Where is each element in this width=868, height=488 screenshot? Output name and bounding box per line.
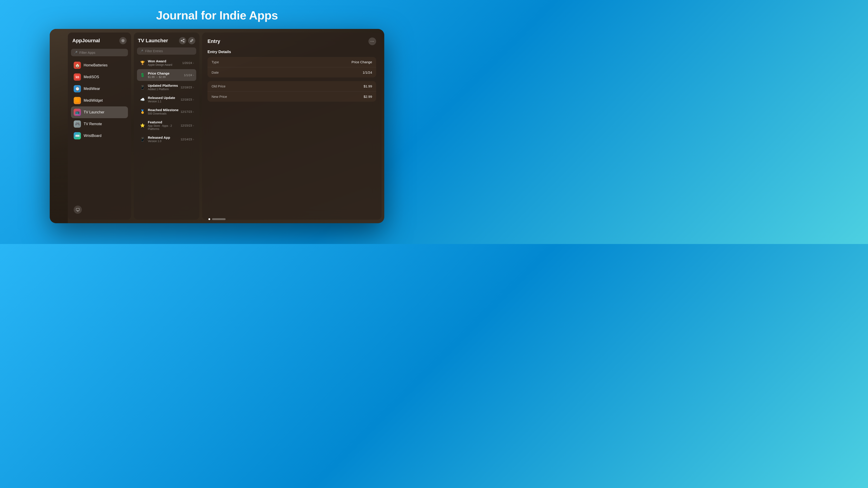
mic-icon: 🎤 [74,51,78,55]
entry-name-released-app: Released App [148,135,179,139]
entry-date-reached-milestone: 12/17/23 [181,110,192,113]
right-panel-header: Entry ··· [208,37,376,45]
sidebar-item-name-medi-widget: MediWidget [84,98,103,103]
entry-date-released-update: 12/18/23 [181,98,192,101]
entry-name-reached-milestone: Reached Milestone [148,108,179,112]
sidebar-item-name-tv-launcher: TV Launcher [84,110,104,114]
panels: AppJournal 🎤 Filter Apps 🏠 HomeBatteries… [50,29,384,223]
svg-point-3 [183,41,184,42]
price-row-1: New Price $2.99 [208,92,376,102]
price-details-card: Old Price $1.99 New Price $2.99 [208,81,376,102]
entry-date-price-change: 1/1/24 [184,73,192,77]
entry-chevron-updated-platforms: › [193,86,194,89]
price-rows: Old Price $1.99 New Price $2.99 [208,81,376,102]
app-icon-wrist-board: ⌨️ [74,132,81,139]
price-label-1: New Price [212,95,227,98]
share-button[interactable] [179,37,186,44]
entry-date-released-app: 12/14/23 [181,138,192,141]
sidebar-item-name-home-batteries: HomeBatteries [84,63,107,67]
details-row-1: Date 1/1/24 [208,67,376,77]
entry-date-won-award: 1/20/24 [182,61,192,65]
entry-item-released-update[interactable]: ☁️ Released Update Version 1.1 12/18/23 … [137,94,196,105]
entry-item-updated-platforms[interactable]: 📱 Updated Platforms Added 1 Platform 12/… [137,81,196,93]
middle-panel-header: TV Launcher [137,37,196,44]
details-row-0: Type Price Change [208,57,376,67]
pagination-dot-1 [209,218,210,220]
entry-name-featured: Featured [148,120,179,124]
entry-date-updated-platforms: 12/18/23 [181,86,192,89]
entry-chevron-released-app: › [193,138,194,141]
entry-icon-featured: ⭐ [139,122,146,129]
sidebar-settings-button[interactable] [119,37,127,44]
entry-content-price-change: Price Change $1.99 → $2.99 [148,71,183,78]
entries-filter-bar[interactable]: 🎤 Filter Entries [137,47,196,55]
sidebar-title: AppJournal [72,38,100,43]
entry-name-won-award: Won Award [148,59,181,63]
right-panel-title: Entry [208,38,220,44]
page-title: Journal for Indie Apps [156,8,278,22]
sidebar-item-medi-wear[interactable]: ⌚ MediWear [71,83,128,95]
entry-sub-won-award: Apple Design Award [148,63,181,66]
entry-name-updated-platforms: Updated Platforms [148,84,179,88]
entry-icon-price-change: 💲 [139,72,146,78]
entry-item-featured[interactable]: ⭐ Featured App Store · Apps · 2 Platform… [137,118,196,133]
sidebar-item-name-medi-sos: MediSOS [84,75,99,79]
entries-mic-icon: 🎤 [140,50,143,53]
entry-item-released-app[interactable]: 📱 Released App Version 1.0 12/14/23 › [137,133,196,145]
sidebar-item-medi-widget[interactable]: 🟧 MediWidget [71,95,128,106]
entry-content-reached-milestone: Reached Milestone 500 Downloads [148,108,179,115]
entry-item-reached-milestone[interactable]: 🏅 Reached Milestone 500 Downloads 12/17/… [137,106,196,118]
entry-content-updated-platforms: Updated Platforms Added 1 Platform [148,84,179,91]
entry-content-released-app: Released App Version 1.0 [148,135,179,143]
sidebar-item-home-batteries[interactable]: 🏠 HomeBatteries [71,59,128,71]
app-icon-tv-launcher: 📺 [74,109,81,116]
sidebar-filter-text: Filter Apps [79,51,95,55]
sidebar-item-name-tv-remote: TV Remote [84,122,102,126]
app-icon-medi-widget: 🟧 [74,97,81,104]
sidebar-item-medi-sos[interactable]: 🆘 MediSOS [71,71,128,83]
svg-rect-1 [76,208,79,210]
entry-icon-released-update: ☁️ [139,96,146,103]
svg-point-2 [183,39,184,40]
entry-chevron-price-change: › [193,73,194,77]
sidebar: AppJournal 🎤 Filter Apps 🏠 HomeBatteries… [68,33,131,220]
sidebar-item-wrist-board[interactable]: ⌨️ WristBoard [71,130,128,142]
middle-panel-title: TV Launcher [138,38,168,43]
more-options-button[interactable]: ··· [368,37,376,45]
middle-panel-icons [179,37,195,44]
price-row-0: Old Price $1.99 [208,81,376,92]
compose-button[interactable] [188,37,195,44]
entry-chevron-released-update: › [193,98,194,101]
entry-icon-reached-milestone: 🏅 [139,108,146,115]
sidebar-display-button[interactable] [74,205,82,214]
details-value-0: Price Change [351,60,372,64]
entry-list: 🏆 Won Award Apple Design Award 1/20/24 ›… [137,57,196,145]
entries-filter-text: Filter Entries [145,49,163,53]
entry-icon-won-award: 🏆 [139,60,146,66]
sidebar-item-tv-remote[interactable]: 🎮 TV Remote [71,118,128,130]
price-label-0: Old Price [212,84,225,88]
entry-content-won-award: Won Award Apple Design Award [148,59,181,66]
entry-icon-updated-platforms: 📱 [139,84,146,90]
details-rows: Type Price Change Date 1/1/24 [208,57,376,77]
entry-sub-price-change: $1.99 → $2.99 [148,75,183,78]
entry-content-released-update: Released Update Version 1.1 [148,96,179,103]
app-icon-medi-sos: 🆘 [74,73,81,80]
sidebar-item-tv-launcher[interactable]: 📺 TV Launcher [71,106,128,118]
entry-item-won-award[interactable]: 🏆 Won Award Apple Design Award 1/20/24 › [137,57,196,69]
entry-item-price-change[interactable]: 💲 Price Change $1.99 → $2.99 1/1/24 › [137,69,196,81]
pagination [209,218,225,220]
entry-sub-featured: App Store · Apps · 2 Platforms [148,124,179,131]
right-panel: Entry ··· Entry Details Type Price Chang… [202,33,381,220]
sidebar-item-name-medi-wear: MediWear [84,87,100,91]
sidebar-filter-bar[interactable]: 🎤 Filter Apps [71,49,128,56]
price-value-1: $2.99 [364,95,372,98]
sidebar-header: AppJournal [71,37,128,44]
entry-date-featured: 12/15/23 [181,124,192,127]
entry-content-featured: Featured App Store · Apps · 2 Platforms [148,120,179,131]
app-icon-tv-remote: 🎮 [74,121,81,128]
entry-icon-released-app: 📱 [139,136,146,142]
details-label-0: Type [212,60,219,64]
entry-name-price-change: Price Change [148,71,183,75]
entry-sub-updated-platforms: Added 1 Platform [148,88,179,91]
